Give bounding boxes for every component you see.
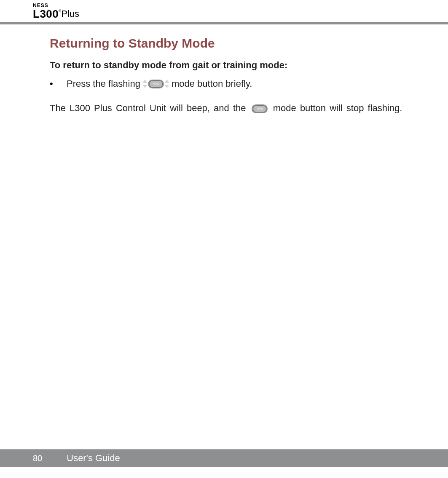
logo-suffix: Plus: [61, 8, 79, 19]
subheading: To return to standby mode from gait or t…: [50, 60, 415, 71]
body-paragraph: The L300 Plus Control Unit will beep, an…: [50, 101, 415, 115]
footer-title: User's Guide: [67, 453, 120, 464]
text-before-icon: Press the flashing: [67, 78, 140, 89]
bullet-text: Press the flashing ∿∿ mode button briefl…: [67, 78, 252, 89]
page-heading: Returning to Standby Mode: [50, 36, 415, 51]
logo-model: L300: [33, 9, 59, 19]
page-number: 80: [33, 454, 42, 463]
body-part1: The L300 Plus Control Unit will beep, an…: [50, 103, 246, 113]
bullet-item: • Press the flashing ∿∿ mode button brie…: [50, 78, 415, 89]
logo-brand: NESS: [33, 3, 448, 8]
mode-button-icon: ∿∿: [252, 104, 268, 113]
text-after-icon: mode button briefly.: [172, 78, 252, 89]
body-part2: mode button will stop flashing.: [273, 103, 402, 113]
header: NESS L300®Plus: [0, 0, 448, 19]
footer: 80 User's Guide: [0, 449, 448, 467]
content: Returning to Standby Mode To return to s…: [0, 24, 448, 115]
bullet-marker: •: [50, 78, 67, 89]
logo-line: L300®Plus: [33, 8, 448, 19]
mode-button-flashing-icon: ∿∿: [142, 80, 170, 88]
